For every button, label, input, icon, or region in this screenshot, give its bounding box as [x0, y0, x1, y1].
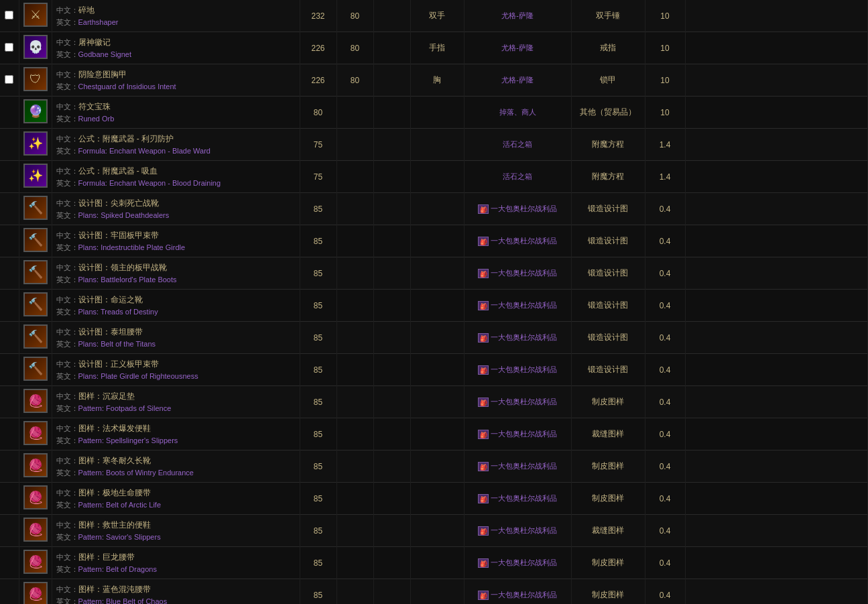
- item-en-name-line: 英文：Formula: Enchant Weapon - Blade Ward: [56, 145, 296, 157]
- item-icon: ✨: [23, 164, 48, 188]
- item-icon-glyph: 🔨: [25, 229, 46, 251]
- item-cn-name-line: 中文：设计图：尖刺死亡战靴: [56, 197, 296, 209]
- row-slot: [410, 450, 464, 483]
- source-bag[interactable]: 🎒一大包奥杜尔战利品: [478, 204, 557, 214]
- item-icon: 💀: [23, 35, 48, 59]
- source-bag[interactable]: 🎒一大包奥杜尔战利品: [478, 236, 557, 246]
- cn-name: 设计图：命运之靴: [78, 295, 143, 304]
- cn-label: 中文：: [56, 521, 78, 529]
- row-name-cell: 中文：设计图：正义板甲束带英文：Plans: Plate Girdle of R…: [52, 354, 300, 386]
- row-num1: 85: [300, 257, 336, 290]
- en-label: 英文：: [56, 565, 78, 573]
- last-value: 0.4: [660, 365, 671, 375]
- row-trail-cell: [685, 515, 868, 547]
- source-text: 一大包奥杜尔战利品: [491, 590, 557, 600]
- row-checkbox-cell: [0, 547, 19, 579]
- row-source: 🎒一大包奥杜尔战利品: [464, 483, 571, 515]
- bag-icon: 🎒: [478, 494, 489, 503]
- en-name: Plans: Indestructible Plate Girdle: [78, 243, 186, 251]
- source-bag[interactable]: 🎒一大包奥杜尔战利品: [478, 493, 557, 503]
- cn-label: 中文：: [56, 424, 78, 432]
- type-value: 附魔方程: [592, 139, 624, 149]
- item-table-container: ⚔中文：碎地英文：Earthshaper23280双手尤格-萨隆双手锤10💀中文…: [0, 0, 868, 604]
- row-name-cell: 中文：图样：寒冬耐久长靴英文：Pattern: Boots of Wintry …: [52, 450, 300, 483]
- item-icon: 🧶: [23, 421, 48, 445]
- source-bag[interactable]: 🎒一大包奥杜尔战利品: [478, 333, 557, 343]
- table-row: 🛡中文：阴险意图胸甲英文：Chestguard of Insidious Int…: [0, 64, 868, 97]
- source-text: 掉落、商人: [499, 108, 536, 116]
- row-name-cell: 中文：屠神徽记英文：Godbane Signet: [52, 32, 300, 64]
- item-en-name-line: 英文：Pattern: Footpads of Silence: [56, 402, 296, 414]
- row-last: 0.4: [645, 579, 685, 605]
- row-checkbox-cell: [0, 193, 19, 225]
- last-value: 0.4: [660, 462, 671, 471]
- row-checkbox-cell: [0, 64, 19, 97]
- row-checkbox[interactable]: [5, 75, 13, 84]
- item-icon: 🔨: [23, 260, 48, 284]
- slot-value: 手指: [429, 43, 445, 52]
- row-checkbox[interactable]: [5, 43, 13, 52]
- table-row: 🔨中文：设计图：领主的板甲战靴英文：Plans: Battlelord's Pl…: [0, 257, 868, 290]
- row-num2: 80: [336, 64, 373, 97]
- item-icon-glyph: 🧶: [25, 455, 46, 476]
- row-source: 🎒一大包奥杜尔战利品: [464, 354, 571, 386]
- item-icon-glyph: 🧶: [25, 422, 46, 444]
- en-label: 英文：: [56, 147, 78, 155]
- cn-name: 碎地: [78, 5, 95, 15]
- item-icon: 🧶: [23, 453, 48, 477]
- row-type: 制皮图样: [571, 450, 645, 483]
- en-label: 英文：: [56, 404, 78, 412]
- source-text: 一大包奥杜尔战利品: [491, 558, 557, 568]
- row-checkbox[interactable]: [5, 11, 13, 19]
- source-bag[interactable]: 🎒一大包奥杜尔战利品: [478, 397, 557, 407]
- row-checkbox-cell: [0, 483, 19, 515]
- row-trail-cell: [685, 354, 868, 386]
- type-value: 裁缝图样: [592, 526, 624, 535]
- row-empty-col: [373, 418, 410, 450]
- en-label: 英文：: [56, 501, 78, 509]
- item-icon: 🧶: [23, 485, 48, 509]
- en-name: Pattern: Boots of Wintry Endurance: [78, 469, 194, 477]
- row-icon-cell: 💀: [19, 32, 52, 64]
- row-last: 0.4: [645, 354, 685, 386]
- source-bag[interactable]: 🎒一大包奥杜尔战利品: [478, 268, 557, 278]
- num1-value: 85: [314, 494, 322, 503]
- cn-label: 中文：: [56, 70, 78, 78]
- source-bag[interactable]: 🎒一大包奥杜尔战利品: [478, 590, 557, 600]
- row-checkbox-cell: [0, 450, 19, 483]
- row-slot: 双手: [410, 0, 464, 32]
- item-en-name-line: 英文：Pattern: Savior's Slippers: [56, 531, 296, 543]
- last-value: 0.4: [660, 237, 671, 246]
- item-cn-name-line: 中文：图样：蓝色混沌腰带: [56, 583, 296, 595]
- table-row: 🔮中文：符文宝珠英文：Runed Orb80掉落、商人其他（贸易品）10: [0, 97, 868, 129]
- type-value: 制皮图样: [592, 461, 624, 471]
- cn-name: 设计图：泰坦腰带: [78, 327, 143, 337]
- row-num1: 85: [300, 418, 336, 450]
- row-source: 🎒一大包奥杜尔战利品: [464, 547, 571, 579]
- row-empty-col: [373, 32, 410, 64]
- source-bag[interactable]: 🎒一大包奥杜尔战利品: [478, 429, 557, 439]
- item-icon: ⚔: [23, 3, 48, 27]
- row-checkbox-cell: [0, 515, 19, 547]
- last-value: 10: [660, 108, 669, 117]
- row-slot: [410, 129, 464, 161]
- source-bag[interactable]: 🎒一大包奥杜尔战利品: [478, 558, 557, 568]
- cn-label: 中文：: [56, 199, 78, 207]
- row-num2: [336, 322, 373, 354]
- source-bag[interactable]: 🎒一大包奥杜尔战利品: [478, 461, 557, 471]
- row-slot: [410, 354, 464, 386]
- type-value: 制皮图样: [592, 493, 624, 503]
- item-en-name-line: 英文：Chestguard of Insidious Intent: [56, 80, 296, 93]
- type-value: 裁缝图样: [592, 429, 624, 438]
- row-icon-cell: 🔨: [19, 193, 52, 225]
- type-value: 其他（贸易品）: [580, 107, 636, 117]
- row-last: 0.4: [645, 193, 685, 225]
- item-cn-name-line: 中文：公式：附魔武器 - 吸血: [56, 165, 296, 177]
- cn-name: 屠神徽记: [78, 38, 111, 47]
- source-text: 一大包奥杜尔战利品: [491, 429, 557, 439]
- source-bag[interactable]: 🎒一大包奥杜尔战利品: [478, 365, 557, 375]
- source-bag[interactable]: 🎒一大包奥杜尔战利品: [478, 300, 557, 310]
- slot-value: 双手: [429, 11, 445, 20]
- source-bag[interactable]: 🎒一大包奥杜尔战利品: [478, 526, 557, 536]
- num1-value: 85: [314, 591, 322, 600]
